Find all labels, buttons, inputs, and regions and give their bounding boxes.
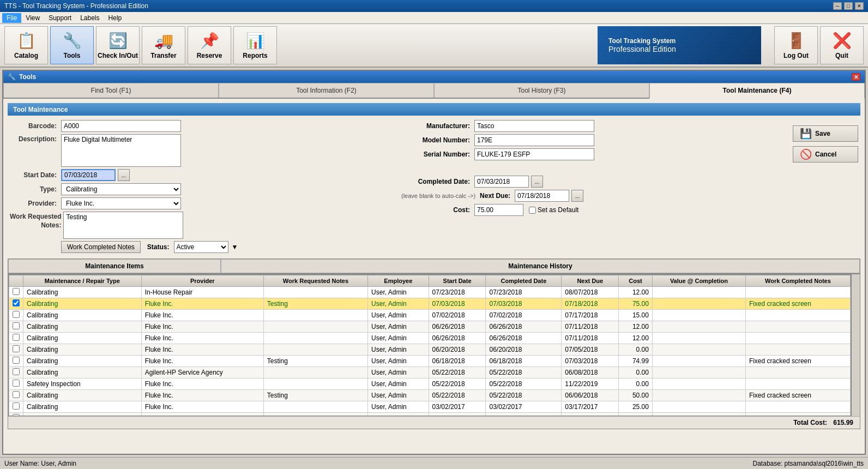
type-select[interactable]: Calibrating Repair Safety Inspection [61, 183, 181, 195]
table-row[interactable]: Safetey Inspection Fluke Inc. User, Admi… [9, 378, 851, 390]
transfer-label: Transfer [150, 52, 176, 59]
row-checkbox[interactable] [13, 391, 20, 398]
row-work-completed: Fixed cracked screen [745, 298, 850, 310]
row-checkbox[interactable] [13, 311, 20, 318]
tab-info[interactable]: Tool Information (F2) [219, 83, 434, 98]
status-select[interactable]: Active Inactive Pending [174, 241, 228, 253]
row-checkbox[interactable] [13, 380, 20, 387]
row-checkbox[interactable] [13, 288, 20, 295]
row-employee: User, Admin [368, 344, 429, 356]
table-row[interactable]: Calibrating Agilent-HP Service Agency Us… [9, 367, 851, 378]
table-row[interactable]: Calibrating Fluke Inc. Testing User, Adm… [9, 356, 851, 367]
cancel-icon: 🚫 [800, 148, 812, 160]
tools-window: 🔧 Tools ✕ Find Tool (F1) Tool Informatio… [2, 70, 866, 455]
save-button[interactable]: 💾 Save [793, 125, 858, 142]
tab-history[interactable]: Tool History (F3) [434, 83, 649, 98]
startdate-picker-button[interactable]: ... [118, 169, 130, 181]
title-bar: TTS - Tool Tracking System - Professiona… [0, 0, 868, 12]
window-close-button[interactable]: ✕ [852, 73, 860, 81]
row-value [652, 333, 745, 344]
row-checkbox[interactable] [13, 357, 20, 364]
completeddate-label: Completed Date: [401, 178, 472, 185]
tools-button[interactable]: 🔧 Tools [50, 26, 94, 64]
table-row[interactable]: Calibrating Fluke Inc. Testing User, Adm… [9, 390, 851, 401]
row-checkbox[interactable] [13, 345, 20, 352]
menu-file[interactable]: File [2, 13, 21, 23]
maximize-button[interactable]: □ [844, 2, 853, 10]
transfer-button[interactable]: 🚚 Transfer [142, 26, 185, 64]
table-row[interactable]: Calibrating In-House Repair Testing User… [9, 413, 851, 417]
table-row[interactable]: Calibrating Fluke Inc. User, Admin 03/02… [9, 401, 851, 413]
title-bar-controls: ─ □ ✕ [833, 2, 864, 10]
completeddate-picker-button[interactable]: ... [531, 176, 543, 188]
maintenance-items-header[interactable]: Maintenance Items [8, 259, 221, 273]
row-work-completed [745, 367, 850, 378]
tools-window-label: Tools [19, 73, 36, 81]
row-value [652, 356, 745, 367]
maintenance-history-header[interactable]: Maintenance History [221, 259, 860, 273]
checkinout-icon: 🔄 [108, 32, 128, 50]
checkinout-label: Check In/Out [98, 52, 138, 59]
row-work-completed [745, 378, 850, 390]
work-requested-input[interactable]: Testing [63, 212, 183, 239]
startdate-input[interactable] [61, 169, 116, 181]
type-row: Type: Calibrating Repair Safety Inspecti… [10, 183, 395, 195]
row-checkbox[interactable] [13, 299, 20, 306]
row-cost: 25.00 [619, 413, 653, 417]
table-row[interactable]: Calibrating Fluke Inc. User, Admin 06/26… [9, 321, 851, 333]
table-row[interactable]: Calibrating Fluke Inc. User, Admin 07/02… [9, 310, 851, 321]
menu-labels[interactable]: Labels [76, 13, 104, 23]
row-checkbox[interactable] [13, 368, 20, 375]
table-row[interactable]: Calibrating Fluke Inc. Testing User, Adm… [9, 298, 851, 310]
nextdue-row: (leave blank to auto-calc ->) Next Due: … [401, 190, 786, 202]
row-employee: User, Admin [368, 333, 429, 344]
table-area: Maintenance / Repair Type Provider Work … [8, 274, 860, 416]
tab-find[interactable]: Find Tool (F1) [3, 83, 219, 98]
minimize-button[interactable]: ─ [833, 2, 842, 10]
provider-select[interactable]: Fluke Inc. In-House Repair Agilent-HP Se… [61, 197, 181, 209]
checkinout-button[interactable]: 🔄 Check In/Out [96, 26, 140, 64]
menu-help[interactable]: Help [104, 13, 126, 23]
table-container[interactable]: Maintenance / Repair Type Provider Work … [8, 274, 851, 416]
row-checkbox[interactable] [13, 334, 20, 341]
serialnumber-input[interactable] [474, 148, 594, 160]
set-default-text: Set as Default [538, 206, 578, 214]
menu-view[interactable]: View [21, 13, 44, 23]
row-completeddate: 07/02/2018 [486, 310, 562, 321]
table-row[interactable]: Calibrating Fluke Inc. User, Admin 06/20… [9, 344, 851, 356]
nextdue-picker-button[interactable]: ... [571, 190, 583, 202]
cost-input[interactable] [474, 204, 523, 216]
row-cost: 0.00 [619, 344, 653, 356]
row-value [652, 321, 745, 333]
nextdue-input[interactable] [515, 190, 569, 202]
work-completed-button[interactable]: Work Completed Notes [61, 241, 141, 253]
modelnumber-input[interactable] [474, 134, 594, 146]
table-row[interactable]: Calibrating Fluke Inc. User, Admin 06/26… [9, 333, 851, 344]
row-checkbox[interactable] [13, 414, 20, 416]
set-default-checkbox[interactable] [529, 207, 536, 214]
completeddate-input[interactable] [474, 176, 529, 188]
quit-button[interactable]: ❌ Quit [820, 26, 864, 64]
row-checkbox[interactable] [13, 322, 20, 329]
table-row[interactable]: Calibrating In-House Repair User, Admin … [9, 287, 851, 298]
row-work-requested [263, 333, 367, 344]
catalog-button[interactable]: 📋 Catalog [4, 26, 48, 64]
total-cost-label: Total Cost: [793, 419, 827, 426]
description-input[interactable] [61, 134, 181, 167]
reports-button[interactable]: 📊 Reports [233, 26, 277, 64]
completeddate-row: Completed Date: ... [401, 176, 786, 188]
save-label: Save [815, 130, 830, 137]
scrollbar[interactable] [851, 274, 860, 416]
manufacturer-input[interactable] [474, 120, 594, 132]
barcode-input[interactable] [61, 120, 181, 132]
row-provider: In-House Repair [141, 413, 263, 417]
close-button[interactable]: ✕ [855, 2, 864, 10]
description-row: Description: [10, 134, 395, 167]
row-checkbox[interactable] [13, 402, 20, 410]
logout-button[interactable]: 🚪 Log Out [774, 26, 818, 64]
reserve-button[interactable]: 📌 Reserve [188, 26, 231, 64]
tab-maintenance[interactable]: Tool Maintenance (F4) [649, 83, 865, 99]
menu-support[interactable]: Support [44, 13, 76, 23]
row-completeddate: 02/16/2017 [486, 413, 562, 417]
cancel-button[interactable]: 🚫 Cancel [793, 146, 858, 163]
